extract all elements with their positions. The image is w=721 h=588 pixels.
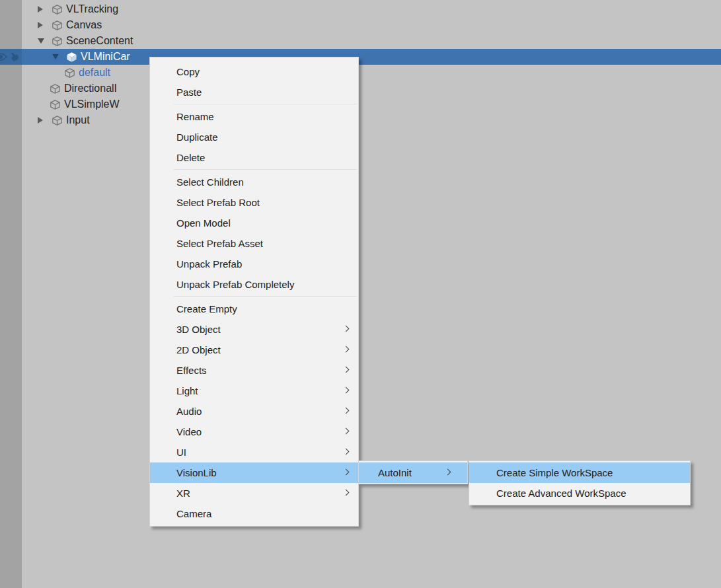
hierarchy-item-label: Canvas: [66, 19, 102, 31]
hierarchy-item-default[interactable]: default: [0, 65, 721, 81]
hierarchy-context-menu: Copy Paste Rename Duplicate Delete Selec…: [149, 57, 359, 527]
menu-separator: [174, 296, 357, 297]
visionlib-submenu: AutoInit: [358, 460, 468, 484]
menu-separator: [174, 169, 357, 170]
hierarchy-item-label: DirectionalI: [64, 83, 117, 94]
gameobject-cube-icon: [52, 4, 63, 15]
hierarchy-item-label: Input: [66, 114, 90, 126]
menu-item-select-prefab-root[interactable]: Select Prefab Root: [150, 192, 358, 213]
foldout-collapsed-icon[interactable]: [35, 22, 52, 28]
eye-visibility-icon[interactable]: [0, 52, 7, 61]
menu-item-create-advanced-workspace[interactable]: Create Advanced WorkSpace: [469, 483, 690, 503]
menu-item-ui[interactable]: UI: [150, 442, 358, 462]
hierarchy-item-label: VLTracking: [66, 3, 118, 15]
menu-item-label: VisionLib: [176, 467, 217, 478]
menu-item-2d-object[interactable]: 2D Object: [150, 340, 358, 360]
menu-item-label: UI: [176, 447, 186, 458]
submenu-chevron-icon: [445, 469, 451, 476]
menu-item-duplicate[interactable]: Duplicate: [150, 127, 358, 147]
foldout-collapsed-icon[interactable]: [35, 117, 52, 124]
menu-item-video[interactable]: Video: [150, 422, 358, 442]
gameobject-cube-icon: [52, 115, 63, 126]
submenu-chevron-icon: [343, 387, 350, 394]
menu-item-label: Light: [176, 385, 198, 396]
gameobject-cube-icon: [64, 67, 75, 79]
menu-item-paste[interactable]: Paste: [150, 82, 358, 102]
menu-item-label: Effects: [176, 365, 207, 376]
menu-item-label: Audio: [176, 406, 202, 417]
menu-item-light[interactable]: Light: [150, 381, 358, 401]
hierarchy-item-vlminicar-selected[interactable]: VLMiniCar: [0, 49, 721, 65]
foldout-expanded-icon[interactable]: [50, 54, 66, 59]
foldout-expanded-icon[interactable]: [35, 38, 52, 44]
autoinit-submenu: Create Simple WorkSpace Create Advanced …: [469, 460, 691, 505]
menu-item-unpack-prefab-completely[interactable]: Unpack Prefab Completely: [150, 274, 358, 295]
menu-item-label: Video: [176, 426, 202, 437]
submenu-chevron-icon: [343, 367, 350, 373]
hierarchy-item-input[interactable]: Input: [0, 112, 721, 128]
hierarchy-item-vltracking[interactable]: VLTracking: [0, 1, 721, 17]
visibility-toggle-strip: [0, 49, 22, 65]
menu-item-xr[interactable]: XR: [150, 483, 358, 503]
submenu-chevron-icon: [343, 490, 350, 496]
menu-item-camera[interactable]: Camera: [150, 503, 358, 524]
menu-item-open-model[interactable]: Open Model: [150, 213, 358, 233]
menu-item-label: XR: [176, 488, 190, 499]
hierarchy-item-label: VLMiniCar: [81, 51, 130, 63]
menu-item-select-prefab-asset[interactable]: Select Prefab Asset: [150, 233, 358, 254]
menu-item-unpack-prefab[interactable]: Unpack Prefab: [150, 254, 358, 274]
gameobject-cube-icon: [50, 83, 61, 94]
hierarchy-item-scenecontent[interactable]: SceneContent: [0, 33, 721, 49]
gameobject-cube-icon: [52, 20, 63, 31]
menu-item-label: 3D Object: [176, 324, 221, 335]
hierarchy-item-label: SceneContent: [66, 35, 133, 47]
pickability-hand-icon[interactable]: [9, 51, 20, 63]
hierarchy-item-canvas[interactable]: Canvas: [0, 17, 721, 33]
menu-item-delete[interactable]: Delete: [150, 147, 358, 168]
submenu-chevron-icon: [343, 449, 350, 455]
prefab-model-cube-icon: [66, 52, 77, 63]
gameobject-cube-icon: [52, 36, 63, 47]
submenu-chevron-icon: [343, 428, 350, 435]
hierarchy-item-vlsimplew[interactable]: VLSimpleW: [0, 96, 721, 112]
menu-item-autoinit[interactable]: AutoInit: [359, 462, 467, 483]
hierarchy-item-label: VLSimpleW: [64, 98, 120, 110]
menu-item-rename[interactable]: Rename: [150, 106, 358, 127]
menu-item-label: 2D Object: [176, 344, 221, 355]
menu-item-audio[interactable]: Audio: [150, 401, 358, 422]
menu-item-3d-object[interactable]: 3D Object: [150, 319, 358, 340]
menu-item-label: AutoInit: [378, 467, 412, 478]
menu-item-visionlib[interactable]: VisionLib: [150, 462, 358, 483]
submenu-chevron-icon: [343, 408, 350, 414]
foldout-collapsed-icon[interactable]: [35, 6, 52, 13]
menu-item-copy[interactable]: Copy: [150, 61, 358, 82]
menu-item-create-empty[interactable]: Create Empty: [150, 299, 358, 319]
submenu-chevron-icon: [343, 346, 350, 353]
hierarchy-item-directionallight[interactable]: DirectionalI: [0, 81, 721, 96]
hierarchy-item-label: default: [79, 67, 110, 79]
menu-separator: [174, 104, 357, 104]
gameobject-cube-icon: [50, 99, 61, 110]
submenu-chevron-icon: [343, 469, 350, 476]
submenu-chevron-icon: [343, 326, 350, 332]
menu-item-create-simple-workspace[interactable]: Create Simple WorkSpace: [469, 462, 690, 483]
menu-item-effects[interactable]: Effects: [150, 360, 358, 381]
menu-item-select-children[interactable]: Select Children: [150, 172, 358, 192]
